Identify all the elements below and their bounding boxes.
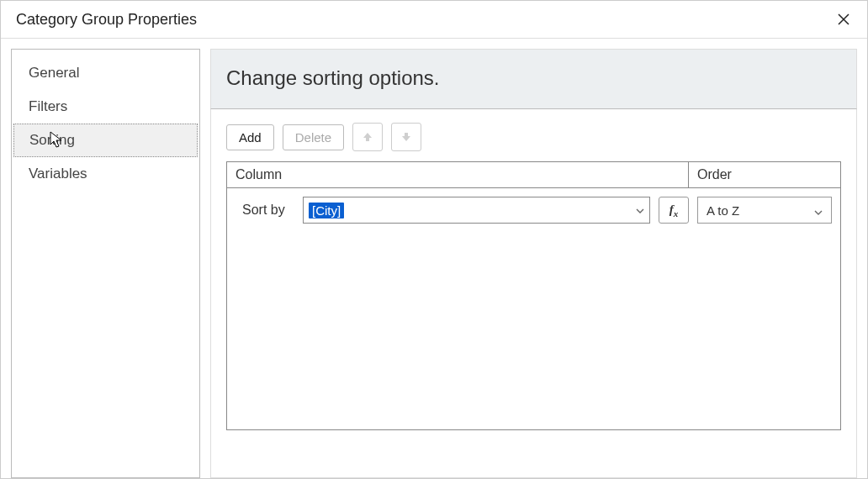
order-combo[interactable]: A to Z xyxy=(697,197,832,224)
move-down-button[interactable] xyxy=(391,123,421,151)
sidebar-item-sorting[interactable]: Sorting xyxy=(13,124,198,157)
order-combo-value: A to Z xyxy=(707,203,739,218)
grid-row: Sort by [City] fx A to Z xyxy=(227,188,840,232)
grid-header-column: Column xyxy=(227,162,689,187)
chevron-down-icon xyxy=(814,203,823,218)
add-button[interactable]: Add xyxy=(226,124,274,150)
close-button[interactable] xyxy=(832,8,855,31)
sidebar-item-filters[interactable]: Filters xyxy=(12,90,199,124)
dialog: Category Group Properties General Filter… xyxy=(0,0,868,479)
titlebar: Category Group Properties xyxy=(1,1,867,38)
sidebar-item-label: Filters xyxy=(29,98,67,114)
expression-button[interactable]: fx xyxy=(659,197,689,224)
sort-grid: Column Order Sort by [City] fx xyxy=(226,161,841,430)
sidebar: General Filters Sorting Variables xyxy=(11,49,200,478)
delete-button[interactable]: Delete xyxy=(283,124,344,150)
sidebar-item-label: Sorting xyxy=(29,132,75,148)
sort-by-label: Sort by xyxy=(236,203,294,218)
panel-heading: Change sorting options. xyxy=(226,66,841,90)
chevron-down-icon xyxy=(636,204,644,216)
sidebar-item-label: Variables xyxy=(29,166,87,182)
content: General Filters Sorting Variables Change… xyxy=(1,38,867,478)
panel-header: Change sorting options. xyxy=(210,49,857,108)
sidebar-item-variables[interactable]: Variables xyxy=(12,157,199,191)
arrow-up-icon xyxy=(362,131,373,143)
panel-body: Add Delete Column Order Sort by xyxy=(210,108,857,478)
grid-header: Column Order xyxy=(227,162,840,188)
grid-header-order: Order xyxy=(689,162,840,187)
column-combo[interactable]: [City] xyxy=(303,197,650,224)
arrow-down-icon xyxy=(400,131,412,143)
dialog-title: Category Group Properties xyxy=(16,11,197,29)
move-up-button[interactable] xyxy=(352,123,383,151)
sidebar-item-general[interactable]: General xyxy=(12,56,199,90)
close-icon xyxy=(838,13,849,25)
fx-icon: fx xyxy=(670,203,679,218)
sidebar-item-label: General xyxy=(29,65,79,81)
toolbar: Add Delete xyxy=(226,123,841,151)
column-combo-value: [City] xyxy=(309,203,344,218)
main-panel: Change sorting options. Add Delete Colum… xyxy=(210,49,857,478)
